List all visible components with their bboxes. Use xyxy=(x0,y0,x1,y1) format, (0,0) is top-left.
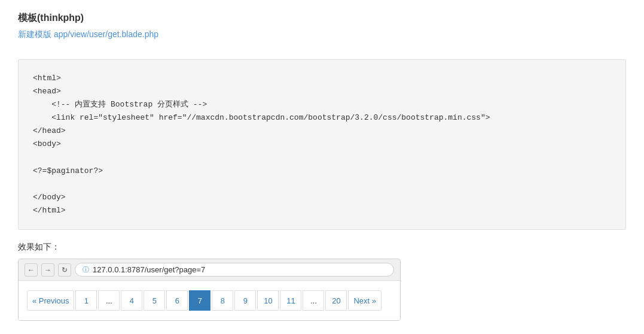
pagination-page-5[interactable]: 5 xyxy=(144,290,165,311)
new-template-link[interactable]: 新建模版 app/view/user/get.blade.php xyxy=(18,29,158,40)
browser-refresh-button[interactable]: ↻ xyxy=(58,263,71,277)
pagination-prev[interactable]: « Previous xyxy=(27,290,74,311)
pagination-ellipsis: ... xyxy=(98,290,120,311)
pagination-page-9[interactable]: 9 xyxy=(234,290,256,311)
pagination-page-4[interactable]: 4 xyxy=(121,290,142,311)
pagination-page-7[interactable]: 7 xyxy=(189,290,210,311)
new-template-label: 新建模版 xyxy=(18,29,51,39)
pagination-page-6[interactable]: 6 xyxy=(166,290,188,311)
browser-url-text: 127.0.0.1:8787/user/get?page=7 xyxy=(93,265,205,274)
new-template-path: app/view/user/get.blade.php xyxy=(54,29,158,39)
pagination-page-10[interactable]: 10 xyxy=(257,290,279,311)
pagination-page-20[interactable]: 20 xyxy=(325,290,347,311)
browser-back-button[interactable]: ← xyxy=(25,263,38,277)
pagination-page-1[interactable]: 1 xyxy=(75,290,97,311)
pagination-page-8[interactable]: 8 xyxy=(212,290,233,311)
code-block: <html> <head> <!-- 内置支持 Bootstrap 分页样式 -… xyxy=(18,59,626,230)
browser-content: « Previous1...4567891011...20Next » xyxy=(19,281,400,320)
browser-forward-button[interactable]: → xyxy=(41,263,54,277)
pagination-next[interactable]: Next » xyxy=(348,290,381,311)
pagination-page-11[interactable]: 11 xyxy=(280,290,301,311)
pagination-ellipsis: ... xyxy=(303,290,324,311)
effect-label: 效果如下： xyxy=(18,242,626,253)
pagination: « Previous1...4567891011...20Next » xyxy=(27,290,392,311)
browser-url-bar[interactable]: ⓘ 127.0.0.1:8787/user/get?page=7 xyxy=(75,263,394,277)
page-title: 模板(thinkphp) xyxy=(18,12,626,25)
url-icon: ⓘ xyxy=(83,265,89,274)
browser-mockup: ← → ↻ ⓘ 127.0.0.1:8787/user/get?page=7 «… xyxy=(18,259,401,321)
browser-toolbar: ← → ↻ ⓘ 127.0.0.1:8787/user/get?page=7 xyxy=(19,259,400,281)
